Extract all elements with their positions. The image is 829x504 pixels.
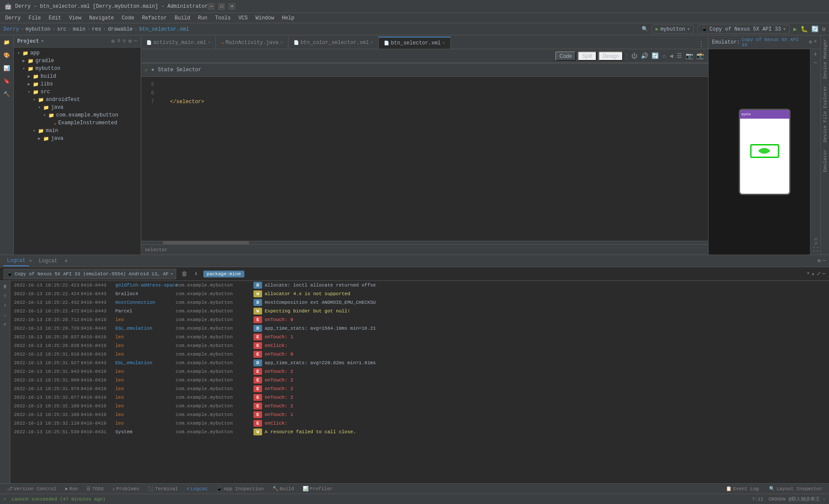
structure-icon[interactable]: 📊 bbox=[2, 63, 12, 73]
tree-item-libs[interactable]: ▶ 📁 libs bbox=[14, 80, 141, 88]
tree-item-mybutton[interactable]: ▾ 📁 mybutton bbox=[14, 65, 141, 72]
tab-close-btn-selector[interactable]: × bbox=[443, 41, 445, 46]
tab-activity-main[interactable]: 📄 activity_main.xml × bbox=[141, 37, 216, 49]
logcat-more-icon[interactable]: ⋯ bbox=[823, 271, 826, 277]
breadcrumb-mybutton[interactable]: mybutton bbox=[25, 26, 51, 32]
menu-code[interactable]: Code bbox=[118, 14, 138, 22]
device-file-explorer-label[interactable]: Device File Explorer bbox=[822, 82, 829, 146]
menu-edit[interactable]: Edit bbox=[45, 14, 65, 22]
log-row[interactable]: 2022-10-13 18:25:22.432 8419-8443 HostCo… bbox=[10, 298, 829, 307]
log-row[interactable]: 2022-10-13 18:25:31.927 8419-8443 EGL_em… bbox=[10, 359, 829, 367]
log-row[interactable]: 2022-10-13 18:25:28.837 8419-8419 leo co… bbox=[10, 333, 829, 341]
logcat-filter-tag[interactable]: package:mine bbox=[203, 271, 244, 277]
log-row[interactable]: 2022-10-13 18:25:32.077 8419-8419 leo co… bbox=[10, 393, 829, 402]
menu-navigate[interactable]: Navigate bbox=[85, 14, 117, 22]
log-row[interactable]: 2022-10-13 18:25:32.110 8419-8419 leo co… bbox=[10, 419, 829, 428]
tree-item-example-instrumented[interactable]: ▶ ☕ ExampleInstrumented bbox=[14, 119, 141, 127]
logcat-tab-1[interactable]: Logcat bbox=[3, 256, 29, 266]
breadcrumb-drawable[interactable]: drawable bbox=[108, 26, 133, 32]
zoom-in-button[interactable]: + bbox=[813, 51, 817, 58]
log-row[interactable]: 2022-10-13 18:25:28.712 8419-8419 leo co… bbox=[10, 315, 829, 324]
build-button[interactable]: 🔨 Build bbox=[269, 485, 297, 492]
problems-button[interactable]: ⚠ Problems bbox=[109, 485, 142, 492]
logcat-tab-2[interactable]: Logcat bbox=[35, 256, 61, 266]
log-warning-icon[interactable]: ⚠ bbox=[1, 311, 9, 319]
tab-close-btn-color-selector[interactable]: × bbox=[370, 41, 373, 45]
run-config-selector[interactable]: ▶ mybutton ▾ bbox=[652, 25, 694, 34]
run-button[interactable]: ▶ bbox=[793, 25, 797, 33]
code-view-button[interactable]: Code bbox=[555, 51, 576, 61]
logcat-clear-icon[interactable]: 🗑 bbox=[181, 271, 187, 277]
tree-item-main-java[interactable]: ▶ 📁 java bbox=[14, 135, 141, 142]
logcat-device-selector[interactable]: 📱 Copy of Nexus 5X API 33 (emulator-5554… bbox=[3, 269, 176, 279]
tree-item-androidtest[interactable]: ▾ 📁 androidTest bbox=[14, 96, 141, 104]
logcat-new-tab-button[interactable]: + bbox=[64, 258, 68, 265]
sync-button[interactable]: 🔄 bbox=[811, 25, 819, 33]
tree-item-app[interactable]: ▾ 📁 app bbox=[14, 49, 141, 57]
breadcrumb-res[interactable]: res bbox=[92, 26, 101, 32]
volume-icon[interactable]: 🔊 bbox=[641, 52, 648, 60]
menu-help[interactable]: Help bbox=[278, 14, 298, 22]
log-row[interactable]: 2022-10-13 18:25:32.109 8419-8419 leo co… bbox=[10, 410, 829, 419]
terminal-button[interactable]: ⬛ Terminal bbox=[144, 485, 181, 492]
menu-emu-icon[interactable]: ☰ bbox=[677, 52, 682, 60]
log-row[interactable]: 2022-10-13 18:25:22.472 8419-8443 Parcel… bbox=[10, 307, 829, 315]
breadcrumb-main[interactable]: main bbox=[73, 26, 85, 32]
tab-btn-color-selector[interactable]: 📄 btn_color_selector.xml × bbox=[288, 37, 379, 49]
menu-derry[interactable]: Derry bbox=[2, 14, 24, 22]
device-manager-label[interactable]: Device Manager bbox=[822, 35, 829, 82]
log-row[interactable]: 2022-10-13 18:25:22.423 8419-8443 goldfi… bbox=[10, 281, 829, 290]
logcat-expand-icon[interactable]: ⤢ bbox=[816, 271, 821, 277]
log-sort-icon[interactable]: ≡ bbox=[1, 321, 9, 328]
tab-close-activity-main[interactable]: × bbox=[208, 41, 210, 45]
project-filter-icon[interactable]: ▽ bbox=[123, 38, 126, 44]
build-variants-icon[interactable]: 🔨 bbox=[2, 89, 12, 99]
menu-tools[interactable]: Tools bbox=[212, 14, 234, 22]
tree-item-gradle[interactable]: ▶ 📁 gradle bbox=[14, 57, 141, 65]
back-icon[interactable]: ◀ bbox=[670, 52, 673, 60]
layout-inspector-button[interactable]: 🔍 Layout Inspector bbox=[766, 485, 826, 492]
logcat-close-icon[interactable]: × bbox=[807, 271, 810, 277]
resource-manager-icon[interactable]: 🎨 bbox=[2, 50, 12, 60]
screenshot-icon[interactable]: 📸 bbox=[696, 52, 704, 60]
menu-build[interactable]: Build bbox=[171, 14, 193, 22]
todo-button[interactable]: ☰ TODO bbox=[83, 485, 107, 492]
project-icon[interactable]: 📁 bbox=[2, 37, 12, 47]
logcat-settings-icon[interactable]: ⚙ bbox=[818, 258, 821, 264]
menu-file[interactable]: File bbox=[25, 14, 44, 22]
camera-icon[interactable]: 📷 bbox=[686, 52, 693, 60]
logcat-scroll-icon[interactable]: ⬇ bbox=[194, 270, 198, 277]
close-button[interactable]: × bbox=[228, 3, 235, 10]
version-control-button[interactable]: ⎇ Version Control bbox=[3, 485, 60, 492]
project-gear-icon[interactable]: ⚙ bbox=[129, 38, 132, 44]
app-inspection-button[interactable]: 📱 App Inspection bbox=[213, 485, 267, 492]
tab-btn-selector[interactable]: 📄 btn_selector.xml × bbox=[379, 37, 450, 49]
search-icon[interactable]: 🔍 bbox=[642, 26, 648, 32]
menu-vcs[interactable]: VCS bbox=[235, 14, 251, 22]
log-row[interactable]: 2022-10-13 18:25:28.838 8419-8419 leo co… bbox=[10, 341, 829, 350]
log-row[interactable]: 2022-10-13 18:25:31.918 8419-8419 leo co… bbox=[10, 350, 829, 359]
tab-close-mainactivity[interactable]: × bbox=[280, 41, 283, 45]
project-close-icon[interactable]: — bbox=[134, 38, 137, 44]
tree-item-main[interactable]: ▾ 📁 main bbox=[14, 127, 141, 135]
tree-item-build[interactable]: ▶ 📁 build bbox=[14, 72, 141, 80]
emulator-close-icon[interactable]: × bbox=[814, 39, 817, 45]
split-view-button[interactable]: Split bbox=[578, 51, 596, 61]
logcat-minimize-icon[interactable]: — bbox=[823, 258, 826, 264]
home-icon[interactable]: ⌂ bbox=[662, 53, 666, 60]
maximize-button[interactable]: □ bbox=[218, 3, 225, 10]
project-sort-icon[interactable]: ≡ bbox=[117, 38, 120, 44]
power-icon[interactable]: ⏻ bbox=[631, 53, 637, 60]
logcat-button[interactable]: ≡ Logcat bbox=[183, 485, 211, 492]
log-row[interactable]: 2022-10-13 18:25:31.976 8419-8419 leo co… bbox=[10, 384, 829, 393]
horizontal-scrollbar[interactable] bbox=[141, 241, 708, 244]
menu-view[interactable]: View bbox=[66, 14, 85, 22]
tree-item-java[interactable]: ▾ 📁 java bbox=[14, 104, 141, 111]
emulator-label[interactable]: Emulator bbox=[822, 146, 829, 176]
settings-icon[interactable]: ⚙ bbox=[822, 25, 826, 33]
project-settings-icon[interactable]: ⚙ bbox=[111, 38, 114, 44]
device-selector[interactable]: 📱 Copy of Nexus 5X API 33 ▾ bbox=[697, 25, 790, 34]
tab-mainactivity[interactable]: ☕ MainActivity.java × bbox=[216, 37, 288, 49]
tree-item-com-example[interactable]: ▾ 📁 com.example.mybutton bbox=[14, 111, 141, 119]
log-row[interactable]: 2022-10-13 18:25:31.960 8419-8419 leo co… bbox=[10, 376, 829, 384]
